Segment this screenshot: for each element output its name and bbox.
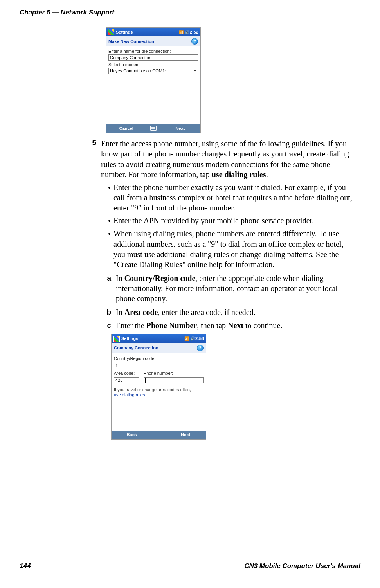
form-body: Enter a name for the connection: Company… xyxy=(106,46,200,124)
signal-icon: 📶 🔊 xyxy=(184,336,195,341)
softkey-bar: Cancel Next xyxy=(106,124,200,133)
area-code-term: Area code xyxy=(124,308,158,316)
use-dialing-rules-link[interactable]: use dialing rules. xyxy=(114,392,146,397)
next-softkey[interactable]: Next xyxy=(166,432,206,438)
dialing-rules-link[interactable]: use dialing rules xyxy=(212,170,266,179)
page-subtitle-bar: Make New Connection ? xyxy=(106,36,200,46)
substep-body: Enter the Phone Number, then tap Next to… xyxy=(116,320,357,331)
device-screen: Settings 📶 🔊 2:53 Company Connection ? C… xyxy=(111,334,206,440)
substep-marker: b xyxy=(101,307,116,317)
page-subtitle-bar: Company Connection ? xyxy=(112,343,206,353)
step-text-end: . xyxy=(266,170,268,179)
substep-marker: a xyxy=(101,273,116,304)
text-cursor xyxy=(145,378,146,383)
sip-keyboard-icon[interactable] xyxy=(152,433,166,437)
softkey-bar: Back Next xyxy=(112,431,206,439)
titlebar: Settings 📶 🔊 2:53 xyxy=(112,334,206,343)
back-softkey[interactable]: Back xyxy=(112,432,152,438)
phone-number-term: Phone Number xyxy=(146,321,197,330)
substep-body: In Area code, enter the area code, if ne… xyxy=(116,307,357,317)
substep-marker: c xyxy=(101,320,116,331)
substep-a: a In Country/Region code, enter the appr… xyxy=(101,273,357,304)
modem-label: Select a modem: xyxy=(108,62,198,67)
country-code-input[interactable]: 1 xyxy=(114,362,139,369)
sip-keyboard-icon[interactable] xyxy=(147,126,160,131)
page-subtitle: Company Connection xyxy=(114,345,158,351)
screenshot-make-new-connection: Settings 📶 🔊 2:52 Make New Connection ? … xyxy=(106,27,357,133)
signal-icon: 📶 🔊 xyxy=(179,30,190,34)
running-head: Chapter 5 — Network Support xyxy=(20,9,360,16)
area-code-label: Area code: xyxy=(114,370,139,376)
text: In xyxy=(116,274,124,282)
form-body: Country/Region code: 1 Area code: 425 Ph… xyxy=(112,353,206,431)
page-subtitle: Make New Connection xyxy=(108,39,154,44)
substep-body: In Country/Region code, enter the approp… xyxy=(116,273,357,304)
step-body: Enter the access phone number, using som… xyxy=(101,138,357,445)
bullet-text: Enter the APN provided by your mobile ph… xyxy=(113,216,357,226)
step-5: 5 Enter the access phone number, using s… xyxy=(86,138,357,445)
page-number: 144 xyxy=(20,562,31,570)
step-marker: 5 xyxy=(86,138,101,445)
phone-number-label: Phone number: xyxy=(144,370,204,376)
page-footer: 144 CN3 Mobile Computer User's Manual xyxy=(20,562,360,570)
bullet-icon: • xyxy=(108,228,113,270)
next-term: Next xyxy=(228,321,243,330)
app-title: Settings xyxy=(116,30,133,34)
modem-select[interactable]: Hayes Compatible on COM1: xyxy=(108,68,198,74)
bullet-icon: • xyxy=(108,216,113,226)
area-code-input[interactable]: 425 xyxy=(114,377,139,384)
bullet-text: Enter the phone number exactly as you wa… xyxy=(113,182,357,213)
help-icon[interactable]: ? xyxy=(197,345,204,351)
connection-name-label: Enter a name for the connection: xyxy=(108,49,198,54)
clock: 2:53 xyxy=(195,336,204,342)
connection-name-input[interactable]: Company Connection xyxy=(108,54,198,61)
list-item: • Enter the phone number exactly as you … xyxy=(108,182,357,213)
screenshot-company-connection: Settings 📶 🔊 2:53 Company Connection ? C… xyxy=(111,334,357,440)
manual-title: CN3 Mobile Computer User's Manual xyxy=(244,562,360,570)
hint-text: If you travel or change area codes often… xyxy=(114,387,191,392)
help-icon[interactable]: ? xyxy=(191,38,198,45)
device-screen: Settings 📶 🔊 2:52 Make New Connection ? … xyxy=(106,27,201,133)
text: , enter the area code, if needed. xyxy=(158,308,255,316)
text: , then tap xyxy=(197,321,228,330)
phone-number-input[interactable] xyxy=(144,377,204,383)
substep-b: b In Area code, enter the area code, if … xyxy=(101,307,357,317)
content-column: Settings 📶 🔊 2:52 Make New Connection ? … xyxy=(86,27,357,445)
clock: 2:52 xyxy=(190,30,198,34)
start-flag-icon xyxy=(113,336,120,342)
cancel-softkey[interactable]: Cancel xyxy=(106,126,147,131)
text: to continue. xyxy=(243,321,282,330)
country-code-term: Country/Region code xyxy=(124,274,196,282)
bullet-icon: • xyxy=(108,182,113,213)
text: In xyxy=(116,308,124,316)
titlebar: Settings 📶 🔊 2:52 xyxy=(106,28,200,36)
substep-c: c Enter the Phone Number, then tap Next … xyxy=(101,320,357,331)
next-softkey[interactable]: Next xyxy=(160,126,201,131)
list-item: • Enter the APN provided by your mobile … xyxy=(108,216,357,226)
text: Enter the xyxy=(116,321,146,330)
start-flag-icon xyxy=(108,29,114,35)
dialing-rules-hint: If you travel or change area codes often… xyxy=(114,387,204,398)
list-item: • When using dialing rules, phone number… xyxy=(108,228,357,270)
bullet-text: When using dialing rules, phone numbers … xyxy=(113,228,357,270)
country-code-label: Country/Region code: xyxy=(114,356,204,361)
bullet-list: • Enter the phone number exactly as you … xyxy=(101,182,357,270)
app-title: Settings xyxy=(121,336,138,342)
page: Chapter 5 — Network Support Settings 📶 🔊… xyxy=(0,0,380,588)
